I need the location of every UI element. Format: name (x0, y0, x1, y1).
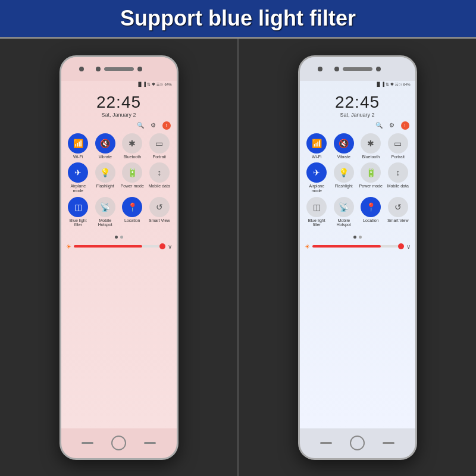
qp-portrait-right[interactable]: ▭ Portrait (386, 133, 410, 159)
flashlight-icon-right: 💡 (334, 162, 354, 183)
camera-icon-right (334, 67, 339, 71)
phone-right: ▐▌▐ ⇅ ✱ ☵ ᷾↑ 64% 22:45 Sat, January 2 🔍 … (298, 55, 417, 460)
brightness-icon-left: ☀ (66, 243, 71, 250)
qs-search-row-right: 🔍 ⚙ ! (300, 120, 415, 131)
gear-icon-left[interactable]: ⚙ (149, 121, 158, 130)
slider-track-left[interactable] (74, 245, 165, 248)
screen-right: ▐▌▐ ⇅ ✱ ☵ ᷾↑ 64% 22:45 Sat, January 2 🔍 … (300, 81, 415, 428)
qp-portrait-left[interactable]: ▭ Portrait (148, 133, 171, 159)
qp-smartview-right[interactable]: ↺ Smart View (386, 197, 410, 227)
brightness-row-left[interactable]: ☀ ∨ (61, 241, 177, 252)
qp-flashlight-right[interactable]: 💡 Flashlight (332, 162, 356, 193)
content-area: ▐▌▐ ⇅ ✱ ☵ ᷾↑ 64% 22:45 Sat, January 2 🔍 … (0, 39, 476, 476)
dot-2-right (359, 236, 362, 239)
vibrate-label-left: Vibrate (99, 155, 112, 159)
portrait-label-right: Portrait (391, 155, 405, 159)
camera-icon-left (96, 67, 101, 71)
qp-airplane-right[interactable]: ✈ Airplane mode (305, 162, 328, 193)
airplane-label-left: Airplane mode (66, 184, 90, 193)
qp-bluelight-left[interactable]: ◫ Blue light filter (66, 197, 90, 227)
mobile-data-label-left: Mobile data (149, 184, 170, 189)
dot-1-left (115, 236, 118, 239)
qp-mobile-data-left[interactable]: ↕ Mobile data (148, 162, 171, 193)
qp-location-left[interactable]: 📍 Location (120, 197, 144, 227)
qp-bluelight-right[interactable]: ◫ Blue light filter (305, 197, 328, 227)
slider-fill-right (312, 245, 381, 248)
qp-wifi-left[interactable]: 📶 Wi-Fi (66, 133, 90, 159)
qp-row-1-left: 📶 Wi-Fi 🔇 Vibrate ✱ Bluetooth (65, 133, 173, 159)
back-button-right[interactable] (320, 442, 332, 444)
flashlight-icon-left: 💡 (95, 162, 115, 183)
status-bar-right: ▐▌▐ ⇅ ✱ ☵ ᷾↑ 64% (300, 81, 415, 88)
mobile-data-icon-right: ↕ (388, 162, 408, 183)
clock-time-right: 22:45 (300, 93, 415, 112)
page-title: Support blue light filter (12, 6, 464, 31)
slider-thumb-left[interactable] (159, 243, 165, 249)
signal-icon-left: ▐▌▐ (137, 82, 146, 86)
qp-bluetooth-left[interactable]: ✱ Bluetooth (120, 133, 144, 159)
qp-wifi-right[interactable]: 📶 Wi-Fi (305, 133, 328, 159)
phone-top-left (61, 57, 177, 81)
qp-row-3-left: ◫ Blue light filter 📡 Mobile Hotspot 📍 L… (65, 197, 173, 227)
phone-left: ▐▌▐ ⇅ ✱ ☵ ᷾↑ 64% 22:45 Sat, January 2 🔍 … (60, 55, 178, 460)
pagination-left (61, 233, 177, 241)
qp-bluetooth-right[interactable]: ✱ Bluetooth (359, 133, 383, 159)
smartview-label-right: Smart View (387, 218, 409, 223)
qp-airplane-left[interactable]: ✈ Airplane mode (66, 162, 90, 193)
flashlight-label-left: Flashlight (96, 184, 114, 189)
recents-button-left[interactable] (144, 442, 156, 444)
search-icon-left[interactable]: 🔍 (136, 121, 145, 130)
bluelight-label-left: Blue light filter (66, 218, 90, 227)
qp-vibrate-left[interactable]: 🔇 Vibrate (93, 133, 117, 159)
qp-flashlight-left[interactable]: 💡 Flashlight (93, 162, 117, 193)
search-icon-right[interactable]: 🔍 (375, 121, 383, 130)
home-button-left[interactable] (111, 436, 126, 450)
qp-hotspot-left[interactable]: 📡 Mobile Hotspot (93, 197, 117, 227)
signal-icon-right: ▐▌▐ (375, 82, 384, 86)
qp-mobile-data-right[interactable]: ↕ Mobile data (386, 162, 410, 193)
pagination-right (300, 233, 415, 241)
qp-hotspot-right[interactable]: 📡 Mobile Hotspot (332, 197, 356, 227)
brightness-row-right[interactable]: ☀ ∨ (300, 241, 415, 252)
gear-icon-right[interactable]: ⚙ (388, 121, 396, 130)
mobile-data-label-right: Mobile data (387, 184, 409, 189)
notification-dot-right: ! (401, 121, 409, 130)
header-banner: Support blue light filter (0, 0, 476, 39)
chevron-icon-right[interactable]: ∨ (406, 243, 411, 250)
qp-vibrate-right[interactable]: 🔇 Vibrate (332, 133, 356, 159)
back-button-left[interactable] (82, 442, 93, 444)
location-icon-right: 📍 (361, 197, 381, 217)
bluetooth-status-right: ✱ (390, 82, 394, 87)
qp-power-right[interactable]: 🔋 Power mode (359, 162, 383, 193)
portrait-icon-left: ▭ (149, 133, 170, 154)
location-label-left: Location (124, 218, 140, 223)
qs-search-row-left: 🔍 ⚙ ! (61, 120, 177, 131)
airplane-icon-right: ✈ (306, 162, 327, 183)
quick-panel-right: 📶 Wi-Fi 🔇 Vibrate ✱ Bluetooth (300, 131, 415, 233)
qp-row-2-left: ✈ Airplane mode 💡 Flashlight 🔋 Power mod… (65, 162, 173, 193)
qp-smartview-left[interactable]: ↺ Smart View (148, 197, 171, 227)
chevron-icon-left[interactable]: ∨ (168, 243, 172, 250)
qp-location-right[interactable]: 📍 Location (359, 197, 383, 227)
qp-row-2-right: ✈ Airplane mode 💡 Flashlight 🔋 Power mod… (303, 162, 412, 193)
page-wrapper: Support blue light filter ▐▌▐ ⇅ ✱ (0, 0, 476, 476)
right-phone-panel: ▐▌▐ ⇅ ✱ ☵ ᷾↑ 64% 22:45 Sat, January 2 🔍 … (239, 39, 476, 476)
quick-panel-left: 📶 Wi-Fi 🔇 Vibrate ✱ Bluetooth (61, 131, 177, 233)
slider-thumb-right[interactable] (398, 243, 404, 249)
portrait-label-left: Portrait (152, 155, 166, 159)
power-icon-left: 🔋 (122, 162, 142, 183)
speaker-right (343, 67, 372, 71)
wifi-icon-left: 📶 (68, 133, 88, 154)
airplane-icon-left: ✈ (68, 162, 88, 183)
home-button-right[interactable] (350, 436, 365, 450)
clock-date-left: Sat, January 2 (61, 112, 177, 118)
qp-power-left[interactable]: 🔋 Power mode (120, 162, 144, 193)
location-label-right: Location (363, 218, 378, 223)
airplane-label-right: Airplane mode (305, 184, 328, 193)
slider-track-right[interactable] (312, 245, 404, 248)
hotspot-label-left: Mobile Hotspot (93, 218, 117, 227)
brightness-icon-right: ☀ (305, 243, 310, 250)
recents-button-right[interactable] (383, 442, 394, 444)
wifi-status-left: ⇅ (147, 82, 151, 87)
clock-left: 22:45 Sat, January 2 (61, 88, 177, 120)
